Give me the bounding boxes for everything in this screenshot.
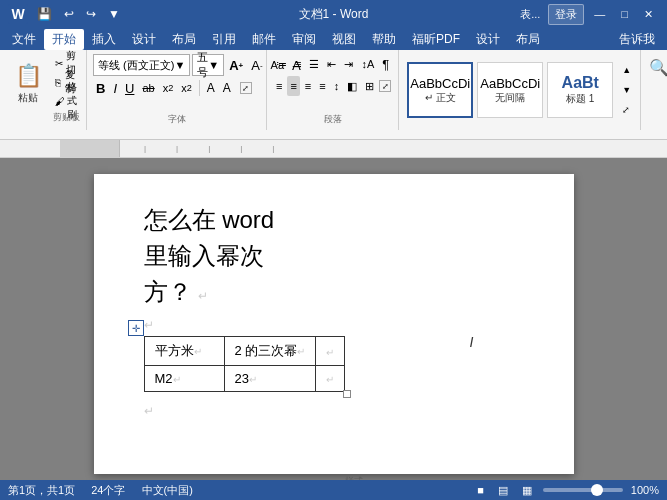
- decrease-indent-button[interactable]: ⇤: [324, 54, 339, 74]
- close-button[interactable]: ✕: [638, 6, 659, 23]
- menu-item-references[interactable]: 引用: [204, 29, 244, 50]
- paragraph-group-label: 段落: [273, 113, 392, 126]
- strikethrough-button[interactable]: ab: [139, 78, 157, 98]
- align-left-button[interactable]: ≡: [273, 76, 285, 96]
- menu-item-layout[interactable]: 布局: [164, 29, 204, 50]
- bullets-button[interactable]: ≔: [273, 54, 290, 74]
- styles-expand-button[interactable]: ⤢: [619, 100, 634, 120]
- zoom-thumb[interactable]: [591, 484, 603, 496]
- view-web-button[interactable]: ▤: [495, 483, 511, 498]
- para-mark-2: ↵: [144, 318, 524, 332]
- para-mark: ↵: [297, 346, 305, 357]
- borders-button[interactable]: ⊞: [362, 76, 377, 96]
- text-highlight-button[interactable]: A: [204, 78, 218, 98]
- justify-button[interactable]: ≡: [316, 76, 328, 96]
- numbering-button[interactable]: ≡: [292, 54, 304, 74]
- italic-button[interactable]: I: [110, 78, 120, 98]
- multilevel-button[interactable]: ☰: [306, 54, 322, 74]
- menu-item-mailings[interactable]: 邮件: [244, 29, 284, 50]
- maximize-button[interactable]: □: [615, 6, 634, 22]
- font-size-decrease-button[interactable]: A-: [248, 55, 265, 75]
- quick-undo-icon[interactable]: ↩: [61, 6, 77, 22]
- align-center-button[interactable]: ≡: [287, 76, 299, 96]
- font-size-increase-button[interactable]: A+: [226, 55, 246, 75]
- sort-button[interactable]: ↕A: [358, 54, 377, 74]
- font-group-expand-button[interactable]: ⤢: [240, 82, 252, 94]
- align-right-button[interactable]: ≡: [302, 76, 314, 96]
- highlight-icon: A: [207, 81, 215, 95]
- document-table[interactable]: 平方米↵ 2 的三次幂↵ ↵ M2↵ 23↵: [144, 336, 346, 392]
- menu-item-review[interactable]: 审阅: [284, 29, 324, 50]
- page[interactable]: 怎么在 word 里输入幂次 方？ ↵ ↵ ✛ 平方米↵ 2 的三次幂↵ ↵: [94, 174, 574, 474]
- minimize-button[interactable]: —: [588, 6, 611, 22]
- table-cell-header-1[interactable]: 平方米↵: [144, 337, 224, 366]
- menu-item-tellme[interactable]: 吿诉我: [611, 29, 663, 50]
- menu-item-insert[interactable]: 插入: [84, 29, 124, 50]
- table-cell-header-3[interactable]: ↵: [316, 337, 345, 366]
- view-print-button[interactable]: ■: [474, 483, 487, 497]
- clipboard-small-btns: ✂ 剪切 ⎘ 复制 🖌 格式刷 剪贴板: [52, 54, 80, 126]
- status-bar: 第1页，共1页 24个字 中文(中国) ■ ▤ ▦ 100%: [0, 480, 667, 500]
- menu-item-help[interactable]: 帮助: [364, 29, 404, 50]
- menu-item-layout2[interactable]: 布局: [508, 29, 548, 50]
- language: 中文(中国): [142, 483, 193, 498]
- menu-bar: 文件 开始 插入 设计 布局 引用 邮件 审阅 视图 帮助 福昕PDF 设计 布…: [0, 28, 667, 50]
- para-mark-end: ↵: [144, 404, 524, 418]
- zoom-slider[interactable]: [543, 488, 623, 492]
- clipboard-group: 📋 粘贴 ✂ 剪切 ⎘ 复制 🖌 格式刷 剪贴板: [0, 50, 87, 130]
- styles-group: AaBbCcDi ↵ 正文 AaBbCcDi 无间隔 AaBt 标题 1 ▲ ▼…: [399, 50, 641, 130]
- quick-save-icon[interactable]: 💾: [34, 6, 55, 22]
- menu-item-file[interactable]: 文件: [4, 29, 44, 50]
- menu-item-view[interactable]: 视图: [324, 29, 364, 50]
- menu-item-home[interactable]: 开始: [44, 29, 84, 50]
- document-heading: 怎么在 word 里输入幂次 方？ ↵: [144, 202, 524, 310]
- menu-item-design[interactable]: 设计: [124, 29, 164, 50]
- table-cell-data-1[interactable]: M2↵: [144, 366, 224, 392]
- table-move-handle[interactable]: ✛: [128, 320, 144, 336]
- line-spacing-button[interactable]: ↕: [331, 76, 343, 96]
- menu-item-design2[interactable]: 设计: [468, 29, 508, 50]
- font-group-label: 字体: [93, 113, 260, 126]
- style-normal[interactable]: AaBbCcDi ↵ 正文: [407, 62, 473, 118]
- title-center: 文档1 - Word: [299, 6, 369, 23]
- show-marks-button[interactable]: ¶: [379, 54, 392, 74]
- superscript-button[interactable]: x2: [178, 78, 195, 98]
- quick-dropdown-icon[interactable]: ▼: [105, 6, 123, 22]
- title-right: 表... 登录 — □ ✕: [520, 4, 659, 25]
- font-size-dropdown[interactable]: 五号 ▼: [192, 54, 224, 76]
- title-left: W 💾 ↩ ↪ ▼: [8, 4, 123, 24]
- style-no-spacing[interactable]: AaBbCcDi 无间隔: [477, 62, 543, 118]
- table-row: M2↵ 23↵ ↵: [144, 366, 345, 392]
- word-count: 24个字: [91, 483, 125, 498]
- bold-button[interactable]: B: [93, 78, 108, 98]
- font-color-button[interactable]: A: [220, 78, 234, 98]
- underline-button[interactable]: U: [122, 78, 137, 98]
- format-painter-icon: 🖌: [55, 96, 65, 107]
- styles-scroll-up-button[interactable]: ▲: [619, 60, 634, 80]
- display-name: 表...: [520, 7, 540, 22]
- para-mark-1: ↵: [198, 289, 208, 303]
- table-cell-data-2[interactable]: 23↵: [224, 366, 316, 392]
- table-cell-header-2[interactable]: 2 的三次幂↵: [224, 337, 316, 366]
- shading-button[interactable]: ◧: [344, 76, 360, 96]
- table-resize-handle[interactable]: [343, 390, 351, 398]
- table-row: 平方米↵ 2 的三次幂↵ ↵: [144, 337, 345, 366]
- style-heading1[interactable]: AaBt 标题 1: [547, 62, 613, 118]
- login-button[interactable]: 登录: [548, 4, 584, 25]
- para-mark: ↵: [173, 374, 181, 385]
- subscript-button[interactable]: x2: [160, 78, 177, 98]
- styles-scroll-down-button[interactable]: ▼: [619, 80, 634, 100]
- font-color-icon: A: [223, 81, 231, 95]
- increase-indent-button[interactable]: ⇥: [341, 54, 356, 74]
- quick-redo-icon[interactable]: ↪: [83, 6, 99, 22]
- menu-item-foxitpdf[interactable]: 福昕PDF: [404, 29, 468, 50]
- paragraph-group: ≔ ≡ ☰ ⇤ ⇥ ↕A ¶ ≡ ≡ ≡ ≡ ↕ ◧ ⊞ ⤢ 段落: [267, 50, 399, 130]
- table-cell-data-3[interactable]: ↵: [316, 366, 345, 392]
- font-name-dropdown[interactable]: 等线 (西文正文) ▼: [93, 54, 190, 76]
- paste-button[interactable]: 📋 粘贴: [6, 54, 50, 114]
- format-painter-button[interactable]: 🖌 格式刷: [52, 92, 80, 110]
- para-mark: ↵: [194, 346, 202, 357]
- table-wrapper: ✛ 平方米↵ 2 的三次幂↵ ↵ M2↵: [144, 336, 346, 392]
- paragraph-group-expand-button[interactable]: ⤢: [379, 80, 391, 92]
- view-outline-button[interactable]: ▦: [519, 483, 535, 498]
